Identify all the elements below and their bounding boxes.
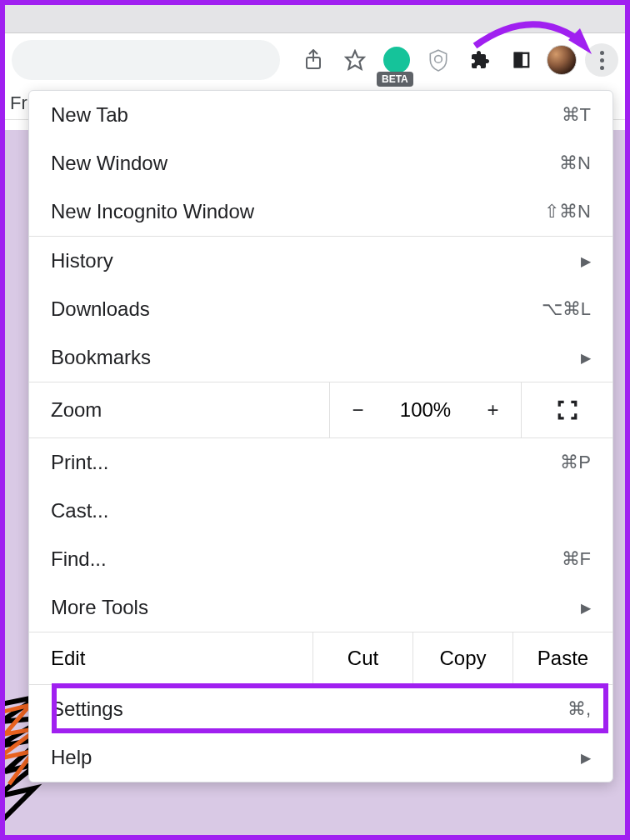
share-icon[interactable] (297, 43, 330, 77)
zoom-value: 100% (397, 398, 455, 422)
star-icon[interactable] (338, 43, 372, 77)
menu-incognito[interactable]: New Incognito Window ⇧⌘N (29, 188, 612, 236)
menu-shortcut: ⌘P (560, 452, 591, 473)
shield-extension-icon[interactable] (422, 43, 455, 77)
chevron-right-icon: ▶ (581, 600, 591, 616)
browser-toolbar: BETA (0, 33, 630, 87)
menu-downloads[interactable]: Downloads ⌥⌘L (29, 285, 612, 333)
zoom-controls: − 100% + (329, 382, 521, 438)
menu-more-tools[interactable]: More Tools ▶ (29, 583, 612, 632)
menu-new-tab[interactable]: New Tab ⌘T (29, 91, 612, 139)
menu-history[interactable]: History ▶ (29, 237, 612, 285)
edit-copy-button[interactable]: Copy (412, 632, 512, 684)
menu-shortcut: ⌘N (559, 152, 591, 174)
menu-zoom-row: Zoom − 100% + (29, 382, 612, 438)
menu-shortcut: ⌥⌘L (542, 298, 591, 320)
menu-label: Find... (51, 548, 107, 571)
menu-label: Print... (51, 451, 108, 474)
menu-label: New Window (51, 152, 168, 175)
chrome-main-menu: New Tab ⌘T New Window ⌘N New Incognito W… (28, 90, 613, 782)
chevron-right-icon: ▶ (581, 253, 591, 269)
menu-label: Settings (51, 698, 123, 721)
menu-label: Bookmarks (51, 346, 151, 369)
menu-cast[interactable]: Cast... (29, 487, 612, 535)
edit-cut-button[interactable]: Cut (312, 632, 412, 684)
svg-point-2 (435, 56, 442, 63)
window-chrome-top (0, 0, 630, 33)
beta-badge: BETA (377, 72, 413, 87)
zoom-in-button[interactable]: + (477, 398, 510, 422)
menu-new-window[interactable]: New Window ⌘N (29, 139, 612, 188)
menu-shortcut: ⇧⌘N (544, 201, 591, 222)
menu-zoom-label: Zoom (29, 382, 329, 438)
bookmark-fragment[interactable]: Fr (10, 92, 28, 114)
menu-label: Downloads (51, 298, 150, 321)
sidebar-panel-icon[interactable] (505, 43, 538, 77)
menu-shortcut: ⌘F (562, 548, 591, 570)
menu-settings[interactable]: Settings ⌘, (29, 685, 612, 733)
more-menu-button[interactable] (585, 43, 618, 77)
fullscreen-button[interactable] (521, 382, 612, 438)
chevron-right-icon: ▶ (581, 750, 591, 766)
menu-label: Cast... (51, 499, 108, 522)
menu-shortcut: ⌘, (568, 698, 591, 720)
menu-bookmarks[interactable]: Bookmarks ▶ (29, 333, 612, 382)
menu-label: New Incognito Window (51, 200, 254, 223)
menu-edit-label: Edit (29, 632, 312, 684)
menu-label: History (51, 249, 113, 272)
svg-rect-4 (515, 53, 522, 68)
address-bar[interactable] (12, 40, 280, 80)
menu-help[interactable]: Help ▶ (29, 733, 612, 782)
extensions-puzzle-icon[interactable] (463, 43, 497, 77)
chevron-right-icon: ▶ (581, 350, 591, 366)
profile-avatar[interactable] (547, 45, 577, 75)
menu-label: Help (51, 746, 92, 769)
menu-find[interactable]: Find... ⌘F (29, 535, 612, 583)
zoom-out-button[interactable]: − (342, 398, 375, 422)
edit-paste-button[interactable]: Paste (512, 632, 612, 684)
grammarly-extension-icon[interactable]: BETA (380, 43, 413, 77)
svg-marker-1 (346, 51, 364, 69)
menu-shortcut: ⌘T (562, 104, 591, 126)
menu-print[interactable]: Print... ⌘P (29, 438, 612, 487)
menu-label: New Tab (51, 103, 128, 127)
menu-edit-row: Edit Cut Copy Paste (29, 632, 612, 685)
menu-label: More Tools (51, 596, 148, 619)
